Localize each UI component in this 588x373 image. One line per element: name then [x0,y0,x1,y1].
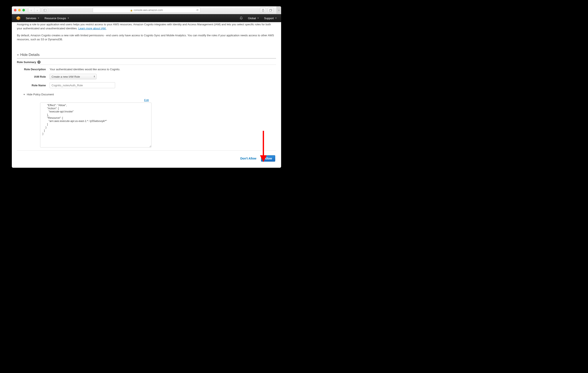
browser-window: ‹ › 🔒 console.aws.amazon.com ⟳ + Service… [12,6,281,168]
role-summary-heading: Role Summary ? [17,60,276,64]
edit-row: Edit [17,99,276,102]
maximize-window-button[interactable] [22,9,25,11]
support-label: Support [264,17,274,20]
intro-paragraph-2: By default, Amazon Cognito creates a new… [17,34,276,41]
hide-details-toggle[interactable]: ▼ Hide Details [17,53,276,57]
caret-down-icon: ▼ [17,54,19,56]
back-button[interactable]: ‹ [28,8,34,12]
chevron-down-icon: ▼ [67,17,69,19]
chevron-down-icon: ▼ [257,17,259,19]
region-label: Global [248,17,256,20]
services-label: Services [26,17,36,20]
iam-role-select[interactable]: Create a new IAM Role ▲▼ [50,74,96,79]
role-name-input[interactable] [50,82,115,88]
reload-icon[interactable]: ⟳ [196,9,199,12]
role-description-row: Role Description Your authenticated iden… [17,68,276,71]
svg-rect-0 [44,9,46,11]
caret-down-icon: ▼ [23,93,25,96]
resource-groups-label: Resource Groups [45,17,66,20]
browser-chrome: ‹ › 🔒 console.aws.amazon.com ⟳ + [12,6,281,14]
minimize-window-button[interactable] [18,9,21,11]
role-summary-label: Role Summary [17,60,36,64]
svg-rect-4 [269,10,271,11]
policy-document-content: "Effect": "Allow", "Action": [ "execute-… [42,104,107,135]
notifications-button[interactable] [240,16,243,20]
iam-role-label: IAM Role [17,75,50,78]
hide-policy-document-toggle[interactable]: ▼ Hide Policy Document [23,93,276,96]
new-tab-button[interactable]: + [276,6,281,14]
role-name-label: Role Name [17,84,50,87]
intro-text-1: Assigning a role to your application end… [17,23,271,30]
forward-button[interactable]: › [34,8,40,12]
role-description-value: Your authenticated identities would like… [50,68,120,71]
hide-policy-label: Hide Policy Document [27,93,54,96]
region-menu[interactable]: Global ▼ [248,17,259,20]
chevron-down-icon: ▼ [275,17,277,19]
nav-buttons-group: ‹ › [28,8,40,13]
support-menu[interactable]: Support ▼ [264,17,277,20]
help-icon[interactable]: ? [37,60,41,64]
role-name-row: Role Name [17,82,276,88]
aws-logo[interactable] [16,16,21,20]
select-updown-icon: ▲▼ [94,76,95,78]
edit-policy-link[interactable]: Edit [144,99,149,102]
url-text: console.aws.amazon.com [134,9,163,12]
share-button[interactable] [260,8,266,12]
services-menu[interactable]: Services ▼ [26,17,40,20]
divider [17,58,276,59]
chrome-right-controls: + [260,6,279,14]
role-description-label: Role Description [17,68,50,71]
learn-more-iam-link[interactable]: Learn more about IAM. [78,27,106,30]
dont-allow-button[interactable]: Don't Allow [239,155,258,161]
close-window-button[interactable] [14,9,16,11]
aws-top-nav: Services ▼ Resource Groups ▼ Global ▼ Su… [12,14,281,22]
policy-document-textarea[interactable]: "Effect": "Allow", "Action": [ "execute-… [40,102,151,148]
resource-groups-menu[interactable]: Resource Groups ▼ [45,17,69,20]
hide-details-label: Hide Details [20,53,40,57]
lock-icon: 🔒 [130,9,133,11]
url-bar[interactable]: 🔒 console.aws.amazon.com ⟳ [93,8,200,13]
tabs-button[interactable] [268,8,273,12]
iam-role-selected-value: Create a new IAM Role [52,75,80,78]
allow-button[interactable]: Allow [261,155,275,161]
footer-buttons: Don't Allow Allow [17,151,276,161]
chevron-down-icon: ▼ [38,17,40,19]
main-content: Assigning a role to your application end… [12,22,281,168]
sidebar-toggle-button[interactable] [42,8,48,12]
window-controls [14,9,25,11]
intro-paragraph-1: Assigning a role to your application end… [17,23,276,30]
iam-role-row: IAM Role Create a new IAM Role ▲▼ [17,74,276,79]
